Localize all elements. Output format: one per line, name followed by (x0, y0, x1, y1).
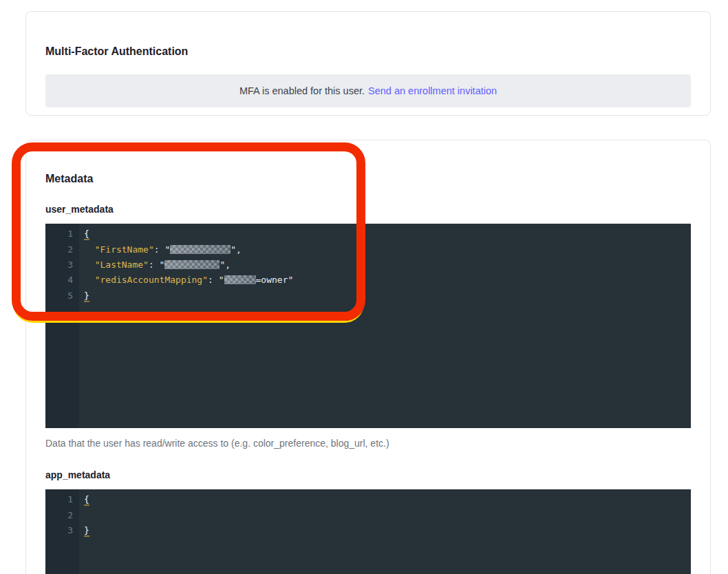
mfa-card: Multi-Factor Authentication MFA is enabl… (25, 11, 711, 116)
line-number: 1 (45, 492, 73, 507)
line-number: 3 (45, 257, 73, 273)
json-token: : " (149, 259, 164, 270)
code-area[interactable]: { } (79, 489, 691, 574)
app-metadata-editor[interactable]: 123 { } (45, 489, 691, 574)
send-enrollment-invitation-link[interactable]: Send an enrollment invitation (368, 85, 497, 96)
json-token: ", (231, 244, 242, 255)
json-token (84, 259, 95, 270)
json-key: "FirstName" (95, 244, 154, 255)
line-number: 3 (45, 523, 73, 538)
redacted-value (170, 245, 231, 254)
mfa-status-banner: MFA is enabled for this user. Send an en… (45, 74, 691, 107)
redacted-value (224, 275, 256, 284)
json-token: ", (220, 259, 231, 270)
line-number: 4 (45, 273, 73, 288)
line-number: 2 (45, 508, 73, 523)
code-area[interactable]: { "FirstName": "", "LastName": "", "redi… (79, 224, 691, 428)
json-token: { (84, 494, 89, 506)
json-token: =owner" (256, 275, 294, 285)
json-token: { (84, 228, 89, 240)
mfa-status-text: MFA is enabled for this user. (239, 85, 365, 96)
code-gutter: 123 (45, 489, 79, 574)
line-number: 5 (45, 288, 73, 304)
code-gutter: 12345 (45, 224, 79, 428)
json-key: "redisAccountMapping" (95, 275, 208, 285)
mfa-card-title: Multi-Factor Authentication (45, 45, 691, 58)
redacted-value (164, 260, 220, 269)
line-number: 1 (45, 226, 73, 242)
app-metadata-label: app_metadata (45, 469, 691, 481)
code-line: { (84, 492, 691, 507)
json-key: "LastName" (95, 259, 149, 270)
code-line: { (84, 226, 691, 242)
metadata-card-title: Metadata (45, 173, 691, 185)
json-token (84, 275, 95, 285)
code-line: "FirstName": "", (84, 242, 691, 257)
code-line: "redisAccountMapping": "=owner" (84, 273, 691, 288)
json-token: } (84, 290, 89, 302)
code-line: } (84, 288, 691, 304)
line-number: 2 (45, 242, 73, 257)
metadata-card: Metadata user_metadata 12345 { "FirstNam… (25, 140, 711, 574)
code-line: } (84, 523, 691, 538)
json-token: : " (208, 275, 224, 285)
json-token: } (84, 525, 89, 537)
user-metadata-caption: Data that the user has read/write access… (45, 438, 691, 449)
user-metadata-label: user_metadata (45, 204, 691, 215)
json-token (84, 244, 95, 255)
user-metadata-editor[interactable]: 12345 { "FirstName": "", "LastName": "",… (45, 224, 691, 428)
code-line (84, 508, 691, 523)
code-line: "LastName": "", (84, 257, 691, 273)
json-token: : " (154, 244, 170, 255)
